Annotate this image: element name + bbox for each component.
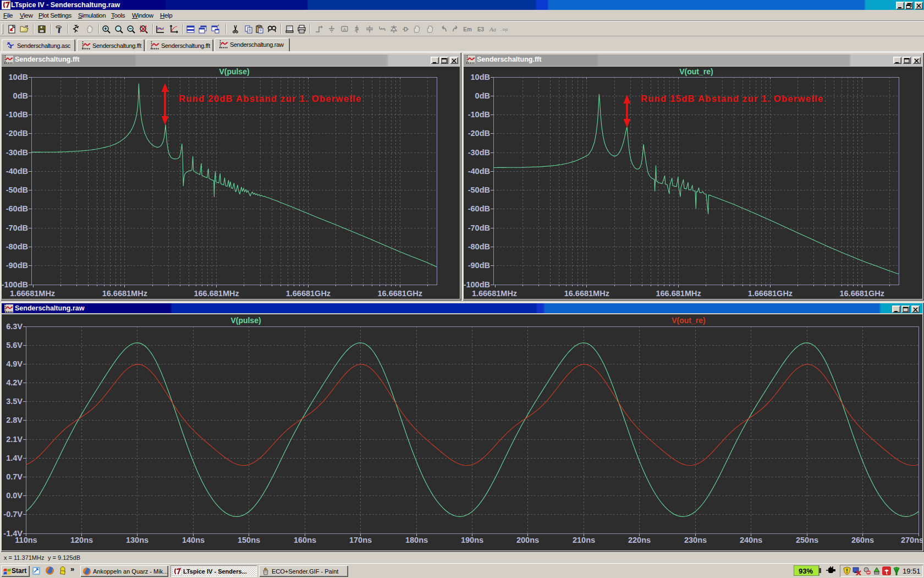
svg-text:V(out_re): V(out_re) xyxy=(679,67,713,76)
svg-text:200ns: 200ns xyxy=(516,536,539,544)
svg-text:Rund 15dB Abstand zur 1. Oberw: Rund 15dB Abstand zur 1. Oberwelle xyxy=(641,94,823,103)
svg-text:4.2V: 4.2V xyxy=(6,378,23,387)
svg-text:93%: 93% xyxy=(799,567,813,575)
svg-text:-10dB: -10dB xyxy=(468,110,490,119)
svg-text:230ns: 230ns xyxy=(684,536,707,544)
svg-text:-50dB: -50dB xyxy=(6,186,28,194)
svg-text:210ns: 210ns xyxy=(573,536,595,544)
svg-text:16.6681GHz: 16.6681GHz xyxy=(377,289,422,298)
svg-text:-80dB: -80dB xyxy=(468,242,490,251)
svg-text:E3: E3 xyxy=(477,26,485,32)
svg-text:16.6681GHz: 16.6681GHz xyxy=(839,289,884,298)
svg-text:0.0V: 0.0V xyxy=(6,491,23,500)
svg-text:-20dB: -20dB xyxy=(6,129,28,138)
svg-text:260ns: 260ns xyxy=(851,536,874,544)
svg-text:130ns: 130ns xyxy=(126,536,148,544)
svg-text:V(pulse): V(pulse) xyxy=(219,67,249,76)
svg-text:-10dB: -10dB xyxy=(6,110,28,119)
svg-text:-90dB: -90dB xyxy=(468,261,490,270)
svg-text:120ns: 120ns xyxy=(70,536,93,544)
svg-text:140ns: 140ns xyxy=(182,536,205,544)
svg-text:10dB: 10dB xyxy=(471,73,490,81)
svg-text:-70dB: -70dB xyxy=(6,223,28,232)
svg-text:-40dB: -40dB xyxy=(468,167,490,176)
svg-text:-40dB: -40dB xyxy=(6,167,28,176)
svg-text:-80dB: -80dB xyxy=(6,242,28,251)
svg-text:Aa: Aa xyxy=(489,26,497,32)
svg-text:180ns: 180ns xyxy=(405,536,428,544)
svg-text:!: ! xyxy=(846,568,848,574)
svg-text:-100dB: -100dB xyxy=(2,280,28,289)
svg-text:190ns: 190ns xyxy=(461,536,483,544)
svg-text:-90dB: -90dB xyxy=(6,261,28,270)
svg-text:-30dB: -30dB xyxy=(6,148,28,157)
svg-text:16.6681MHz: 16.6681MHz xyxy=(102,289,147,298)
svg-text:5.6V: 5.6V xyxy=(6,341,23,350)
svg-text:Em: Em xyxy=(463,26,472,32)
svg-text:150ns: 150ns xyxy=(238,536,260,544)
svg-text:6.3V: 6.3V xyxy=(6,322,23,331)
svg-text:4.9V: 4.9V xyxy=(6,359,23,368)
svg-text:110ns: 110ns xyxy=(15,536,37,544)
svg-text:-30dB: -30dB xyxy=(468,148,490,157)
svg-text:3.5V: 3.5V xyxy=(6,397,23,406)
svg-text:-0.7V: -0.7V xyxy=(3,510,23,519)
svg-text:-20dB: -20dB xyxy=(468,129,490,138)
svg-text:-50dB: -50dB xyxy=(468,186,490,194)
svg-text:10dB: 10dB xyxy=(9,73,28,81)
svg-text:250ns: 250ns xyxy=(796,536,818,544)
svg-text:Rund 20dB Abstand zur 1. Oberw: Rund 20dB Abstand zur 1. Oberwelle xyxy=(179,94,361,103)
svg-text:V(out_re): V(out_re) xyxy=(672,316,705,325)
svg-text:0dB: 0dB xyxy=(13,91,28,100)
svg-text:2.8V: 2.8V xyxy=(6,416,23,424)
svg-text:-60dB: -60dB xyxy=(6,204,28,213)
svg-text:16.6681MHz: 16.6681MHz xyxy=(564,289,609,298)
svg-text:166.681MHz: 166.681MHz xyxy=(194,289,239,298)
svg-text:0.7V: 0.7V xyxy=(6,472,23,481)
svg-text:0dB: 0dB xyxy=(475,91,490,100)
svg-text:160ns: 160ns xyxy=(294,536,316,544)
svg-text:V(pulse): V(pulse) xyxy=(230,316,261,325)
svg-text:166.681MHz: 166.681MHz xyxy=(656,289,701,298)
svg-text:240ns: 240ns xyxy=(740,536,762,544)
svg-text:-60dB: -60dB xyxy=(468,204,490,213)
svg-text:1.4V: 1.4V xyxy=(6,454,23,462)
svg-text:-70dB: -70dB xyxy=(468,223,490,232)
svg-text:1.66681GHz: 1.66681GHz xyxy=(286,289,331,298)
svg-text:1.66681MHz: 1.66681MHz xyxy=(472,289,517,298)
svg-text:.op: .op xyxy=(500,27,508,32)
svg-text:170ns: 170ns xyxy=(349,536,372,544)
svg-text:1.66681MHz: 1.66681MHz xyxy=(10,289,55,298)
svg-text:2.1V: 2.1V xyxy=(6,435,23,444)
svg-text:D: D xyxy=(404,26,408,32)
svg-text:270ns: 270ns xyxy=(901,536,922,544)
svg-text:-100dB: -100dB xyxy=(464,280,490,289)
svg-text:A: A xyxy=(343,27,346,32)
svg-text:220ns: 220ns xyxy=(628,536,651,544)
svg-text:1.66681GHz: 1.66681GHz xyxy=(748,289,793,298)
